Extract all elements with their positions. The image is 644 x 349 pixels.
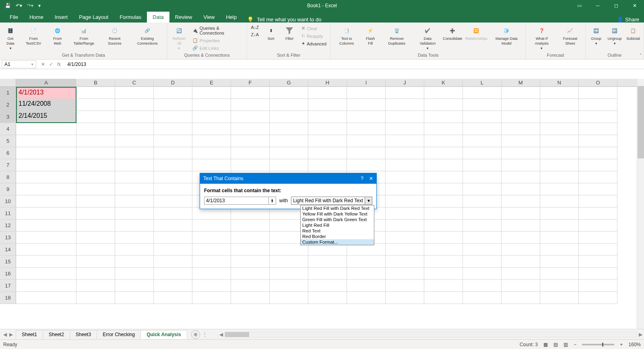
cell[interactable] <box>424 147 463 159</box>
cell[interactable] <box>424 256 463 268</box>
cell[interactable] <box>154 111 192 123</box>
cell[interactable] <box>76 232 115 244</box>
cell[interactable] <box>16 183 76 195</box>
column-header[interactable]: L <box>463 79 502 86</box>
cell[interactable] <box>154 207 192 220</box>
cell[interactable] <box>540 123 579 135</box>
cell[interactable] <box>192 159 231 171</box>
cell[interactable] <box>540 207 579 220</box>
cell[interactable] <box>308 280 347 292</box>
cell[interactable] <box>579 135 617 147</box>
share-button[interactable]: 👤 Share <box>617 16 639 23</box>
cell[interactable] <box>386 232 424 244</box>
cell[interactable] <box>308 292 347 304</box>
cell[interactable] <box>270 256 308 268</box>
cell[interactable] <box>76 268 115 280</box>
cell[interactable] <box>154 232 192 244</box>
cell[interactable] <box>115 195 154 207</box>
column-header[interactable]: H <box>308 79 347 86</box>
cell[interactable] <box>16 171 76 183</box>
cell[interactable] <box>540 147 579 159</box>
cell[interactable] <box>463 99 502 111</box>
split-handle[interactable]: ⋮ <box>200 332 210 337</box>
column-header[interactable]: G <box>270 79 308 86</box>
cell[interactable] <box>16 147 76 159</box>
cell[interactable] <box>424 159 463 171</box>
cell[interactable] <box>270 147 308 159</box>
cell[interactable] <box>463 292 502 304</box>
cell[interactable] <box>579 171 617 183</box>
dialog-titlebar[interactable]: Text That Contains ? ✕ <box>200 173 376 184</box>
cell[interactable] <box>386 111 424 123</box>
ungroup-button[interactable]: ⬅️Ungroup▾ <box>607 24 623 52</box>
enter-formula-icon[interactable]: ✓ <box>49 62 53 67</box>
cell[interactable] <box>308 256 347 268</box>
cell[interactable] <box>231 111 270 123</box>
cell[interactable] <box>540 244 579 256</box>
cell[interactable] <box>424 99 463 111</box>
cell[interactable] <box>192 207 231 220</box>
cell[interactable] <box>502 232 540 244</box>
cell[interactable] <box>386 159 424 171</box>
column-header[interactable]: F <box>231 79 270 86</box>
cell[interactable] <box>579 159 617 171</box>
cell[interactable] <box>424 135 463 147</box>
cell[interactable] <box>154 147 192 159</box>
cell[interactable] <box>463 244 502 256</box>
cell[interactable] <box>76 244 115 256</box>
sheet-tab[interactable]: Error Checking <box>97 330 141 339</box>
cell[interactable] <box>424 280 463 292</box>
cell[interactable] <box>115 87 154 99</box>
cell[interactable] <box>502 280 540 292</box>
get-data-button[interactable]: 🗄️Get Data▾ <box>2 24 19 52</box>
cell[interactable] <box>386 147 424 159</box>
cell[interactable] <box>115 123 154 135</box>
row-header[interactable]: 15 <box>0 256 16 268</box>
cell[interactable] <box>463 87 502 99</box>
cell[interactable] <box>231 123 270 135</box>
cell[interactable] <box>270 135 308 147</box>
cell[interactable] <box>424 171 463 183</box>
cell[interactable] <box>154 87 192 99</box>
row-header[interactable]: 4 <box>0 123 16 135</box>
cell[interactable] <box>463 232 502 244</box>
cell[interactable] <box>115 280 154 292</box>
cell[interactable] <box>463 123 502 135</box>
fx-icon[interactable]: fx <box>57 62 61 67</box>
name-box[interactable]: A1 ▾ <box>2 60 36 68</box>
cell[interactable] <box>154 268 192 280</box>
row-header[interactable]: 7 <box>0 159 16 171</box>
cell[interactable] <box>154 123 192 135</box>
tab-page-layout[interactable]: Page Layout <box>73 12 114 23</box>
cell[interactable] <box>347 123 386 135</box>
cell[interactable] <box>192 244 231 256</box>
column-header[interactable]: I <box>347 79 386 86</box>
cell[interactable] <box>270 268 308 280</box>
cell[interactable] <box>270 292 308 304</box>
cell[interactable] <box>579 292 617 304</box>
cell[interactable] <box>463 256 502 268</box>
cell[interactable] <box>424 87 463 99</box>
cell[interactable]: 11/24/2008 <box>16 99 76 111</box>
cell[interactable] <box>386 280 424 292</box>
existing-connections-button[interactable]: 🔗Existing Connections <box>130 24 165 52</box>
dropdown-option[interactable]: Light Red Fill with Dark Red Text <box>301 205 374 211</box>
cell[interactable] <box>192 232 231 244</box>
group-button[interactable]: ➡️Group▾ <box>588 24 604 52</box>
tab-formulas[interactable]: Formulas <box>114 12 147 23</box>
cell[interactable] <box>154 256 192 268</box>
add-sheet-button[interactable]: ⊕ <box>191 330 200 339</box>
cell[interactable] <box>270 280 308 292</box>
cell[interactable] <box>154 171 192 183</box>
dropdown-option[interactable]: Light Red Fill <box>301 222 374 228</box>
cell[interactable] <box>231 268 270 280</box>
cell[interactable] <box>540 292 579 304</box>
cell[interactable] <box>386 123 424 135</box>
cell[interactable] <box>424 207 463 220</box>
cell[interactable] <box>115 135 154 147</box>
cell[interactable] <box>424 111 463 123</box>
cell[interactable] <box>463 207 502 220</box>
cell[interactable] <box>192 292 231 304</box>
cell[interactable] <box>502 268 540 280</box>
cell[interactable] <box>386 87 424 99</box>
